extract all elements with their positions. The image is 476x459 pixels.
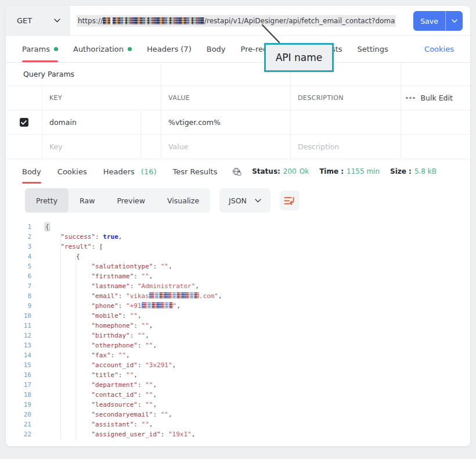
- code-text: "secondaryemail": "",: [45, 410, 172, 419]
- line-number: 12: [6, 331, 31, 340]
- redacted-text: [149, 292, 199, 299]
- param-checkbox-checked[interactable]: [20, 118, 28, 127]
- code-text: "firstname": "",: [45, 271, 153, 281]
- tab-authorization[interactable]: Authorization: [73, 36, 132, 62]
- view-tab-preview[interactable]: Preview: [106, 188, 156, 213]
- code-text: "phone": "+91",: [45, 301, 181, 311]
- url-row: GET https:///restapi/v1/ApiDesigner/api/…: [6, 6, 470, 36]
- tab-label: Body: [22, 167, 41, 176]
- tab-label: Params: [22, 45, 50, 53]
- save-button[interactable]: Save: [413, 11, 445, 31]
- query-params-title-cell: Query Params: [6, 63, 161, 86]
- code-text: {: [45, 222, 49, 232]
- new-param-description-input[interactable]: Description: [290, 135, 401, 159]
- param-row-checkbox-cell: [6, 110, 42, 135]
- tab-count: (16): [141, 167, 157, 176]
- code-text: "lastname": "Administrator",: [45, 281, 199, 291]
- line-number: 13: [6, 340, 31, 350]
- tab-label: Headers: [103, 167, 135, 176]
- code-text: "contact_id": "",: [45, 390, 157, 400]
- value-column-header: VALUE: [161, 86, 290, 110]
- beautify-icon: [284, 196, 295, 206]
- redacted-text: [142, 302, 173, 309]
- new-param-value-input[interactable]: Value: [161, 135, 290, 159]
- line-number: 16: [6, 370, 31, 380]
- line-number: 10: [6, 311, 31, 321]
- line-number: 17: [6, 380, 31, 390]
- request-tabs-row: ParamsAuthorizationHeaders (7)BodyPre-re…: [6, 36, 470, 63]
- line-number: 21: [6, 419, 31, 429]
- json-line: 2 "success": true,: [6, 232, 470, 242]
- beautify-button[interactable]: [280, 191, 300, 210]
- bulk-edit-label: Bulk Edit: [421, 94, 453, 102]
- view-tab-pretty[interactable]: Pretty: [25, 188, 68, 213]
- code-text: "assigned_user_id": "19x1",: [45, 429, 195, 439]
- query-params-table: Query Params KEY VALUE DESCRIPTION Bulk …: [6, 63, 470, 159]
- status-dot: [128, 47, 132, 51]
- line-number: 18: [6, 390, 31, 400]
- line-number: 15: [6, 360, 31, 370]
- code-text: "title": "",: [45, 370, 138, 380]
- tab-label: Authorization: [73, 45, 124, 53]
- annotation-callout: API name: [264, 43, 334, 72]
- param-description-cell[interactable]: [290, 110, 401, 135]
- line-number: 1: [6, 222, 31, 232]
- code-text: {: [45, 252, 80, 261]
- cookies-link[interactable]: Cookies: [424, 36, 454, 62]
- indent-guide: [60, 232, 61, 439]
- method-label: GET: [17, 16, 32, 25]
- save-dropdown-button[interactable]: [445, 11, 463, 31]
- tab-body[interactable]: Body: [207, 36, 226, 62]
- chevron-down-icon: [452, 19, 457, 23]
- line-number: 7: [6, 281, 31, 291]
- tab-params[interactable]: Params: [22, 36, 58, 62]
- param-value-cell[interactable]: %vtiger.com%: [161, 110, 290, 135]
- response-body-json[interactable]: 1{2 "success": true,3 "result": [4 {5 "s…: [6, 222, 470, 442]
- code-text: "department": "",: [45, 380, 157, 390]
- size-badge: Size : 5.8 kB: [390, 167, 437, 175]
- response-tab-headers[interactable]: Headers(16): [103, 159, 157, 184]
- code-text: "account_id": "3x291",: [45, 360, 176, 370]
- chevron-down-icon: [54, 19, 60, 23]
- time-badge: Time : 1155 min: [319, 167, 380, 175]
- url-text: https:///restapi/v1/ApiDesigner/api/fetc…: [77, 15, 396, 27]
- bulk-edit-control[interactable]: Bulk Edit: [401, 86, 470, 110]
- tab-settings[interactable]: Settings: [358, 36, 388, 62]
- line-number: 20: [6, 410, 31, 419]
- line-number: 8: [6, 291, 31, 301]
- json-line: 1{: [6, 222, 470, 232]
- format-select[interactable]: JSON: [219, 188, 271, 213]
- view-tab-visualize[interactable]: Visualize: [156, 188, 210, 213]
- code-text: "leadsource": "",: [45, 400, 157, 410]
- response-meta: Status: 200 Ok Time : 1155 min Size : 5.…: [232, 159, 437, 184]
- indent-guide: [75, 252, 76, 439]
- key-column-header: KEY: [42, 86, 161, 110]
- more-options-icon: [406, 97, 415, 99]
- response-tab-body[interactable]: Body: [22, 159, 41, 184]
- method-select[interactable]: GET: [6, 6, 70, 35]
- response-tab-cookies[interactable]: Cookies: [57, 159, 87, 184]
- new-param-key-input[interactable]: Key: [42, 135, 140, 159]
- line-number: 2: [6, 232, 31, 242]
- code-text: "mobile": "",: [45, 311, 142, 321]
- view-tab-raw[interactable]: Raw: [68, 188, 106, 213]
- param-key-cell[interactable]: domain: [42, 110, 140, 135]
- response-tabs: BodyCookiesHeaders(16)Tesr Results: [22, 159, 217, 184]
- line-number: 5: [6, 261, 31, 271]
- save-split-button: Save: [413, 11, 463, 31]
- tab-headers-7[interactable]: Headers (7): [147, 36, 192, 62]
- line-number: 9: [6, 301, 31, 311]
- tab-label: Tesr Results: [173, 167, 218, 176]
- redacted-host: [103, 17, 110, 24]
- response-tab-tesr-results[interactable]: Tesr Results: [173, 159, 218, 184]
- url-input[interactable]: https:///restapi/v1/ApiDesigner/api/fetc…: [70, 6, 408, 35]
- line-number: 22: [6, 429, 31, 439]
- line-number: 3: [6, 242, 31, 252]
- line-number: 11: [6, 321, 31, 331]
- code-text: "result": [: [45, 242, 103, 252]
- code-text: "success": true,: [45, 232, 122, 242]
- code-text: "assistant": "",: [45, 419, 153, 429]
- status-badge: Status: 200 Ok: [252, 167, 309, 175]
- code-text: "homephone": "",: [45, 321, 153, 331]
- chevron-down-icon: [255, 199, 261, 203]
